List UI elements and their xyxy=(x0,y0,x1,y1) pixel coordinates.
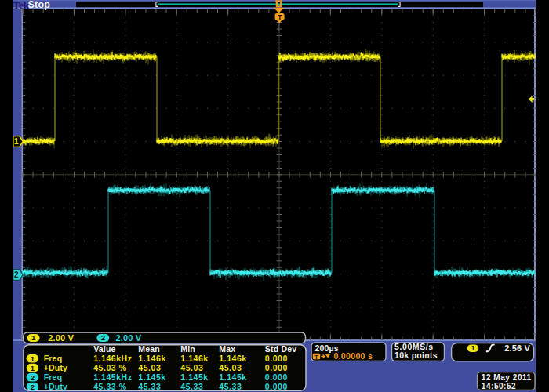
svg-text:Value: Value xyxy=(93,344,115,354)
svg-text:1: 1 xyxy=(31,364,35,372)
svg-text:2: 2 xyxy=(14,270,19,279)
svg-text:2.00 V: 2.00 V xyxy=(116,333,142,343)
svg-text:10k points: 10k points xyxy=(394,350,438,360)
svg-text:Mean: Mean xyxy=(138,344,160,354)
svg-text:0.000: 0.000 xyxy=(265,372,288,382)
svg-text:45.33: 45.33 xyxy=(219,382,242,391)
svg-text:2: 2 xyxy=(31,383,35,391)
svg-text:45.03: 45.03 xyxy=(138,363,161,372)
svg-text:2: 2 xyxy=(101,333,105,342)
svg-text:1.146kHz: 1.146kHz xyxy=(93,354,132,363)
svg-text:1.146k: 1.146k xyxy=(138,354,165,363)
svg-text:0.00000 s: 0.00000 s xyxy=(333,351,373,361)
svg-text:1.145k: 1.145k xyxy=(219,372,246,382)
svg-text:+Duty: +Duty xyxy=(44,382,67,391)
svg-text:Freq: Freq xyxy=(44,372,63,382)
svg-text:1: 1 xyxy=(471,344,474,352)
svg-text:45.33 %: 45.33 % xyxy=(93,382,126,391)
svg-text:45.03 %: 45.03 % xyxy=(93,363,126,372)
svg-text:1.145kHz: 1.145kHz xyxy=(93,372,132,382)
svg-text:T: T xyxy=(278,13,282,21)
svg-text:Min: Min xyxy=(180,344,195,354)
svg-text:1: 1 xyxy=(31,354,35,363)
svg-text:0.000: 0.000 xyxy=(265,363,288,372)
svg-text:Stop: Stop xyxy=(28,0,51,10)
svg-text:45.33: 45.33 xyxy=(138,382,161,391)
svg-text:1: 1 xyxy=(31,333,36,342)
svg-text:Max: Max xyxy=(219,344,235,354)
svg-text:14:50:52: 14:50:52 xyxy=(482,382,516,390)
svg-text:1.146k: 1.146k xyxy=(219,354,246,363)
svg-text:Freq: Freq xyxy=(44,354,63,363)
svg-text:Std Dev: Std Dev xyxy=(265,344,297,354)
svg-text:45.03: 45.03 xyxy=(180,363,203,372)
svg-text:45.33: 45.33 xyxy=(180,382,203,391)
svg-text:2.56 V: 2.56 V xyxy=(504,343,530,353)
svg-text:T: T xyxy=(314,354,318,361)
svg-text:1.145k: 1.145k xyxy=(180,372,208,382)
svg-text:1: 1 xyxy=(14,137,19,146)
svg-text:0.000: 0.000 xyxy=(265,382,288,391)
svg-text:2: 2 xyxy=(31,373,35,382)
svg-text:2.00 V: 2.00 V xyxy=(48,333,74,343)
svg-text:1.146k: 1.146k xyxy=(180,354,208,363)
svg-text:0.000: 0.000 xyxy=(265,354,288,363)
svg-text:1.145k: 1.145k xyxy=(138,372,165,382)
svg-text:45.03: 45.03 xyxy=(219,363,242,372)
svg-text:+Duty: +Duty xyxy=(44,363,67,372)
